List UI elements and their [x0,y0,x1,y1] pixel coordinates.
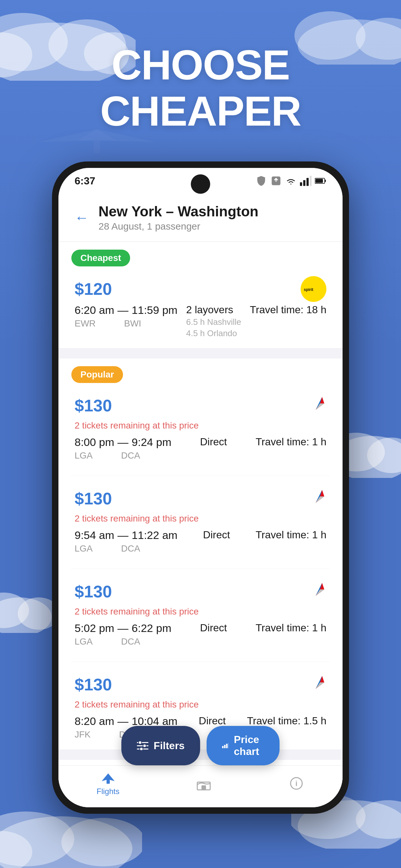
status-icons [255,175,327,187]
svg-rect-28 [325,180,326,182]
battery-icon [315,175,327,187]
tab-info[interactable]: i [288,776,305,790]
svg-point-34 [138,741,142,744]
chart-icon [222,741,228,750]
arrive-airport: DCA [121,544,140,554]
depart-time: 8:00 pm [74,436,114,448]
phone-frame: 6:37 [52,161,349,814]
filters-icon [137,741,149,750]
svg-rect-26 [310,176,312,186]
airline-logo-spirit: spirit [301,276,327,302]
flight-price: $130 [74,675,112,694]
svg-rect-24 [303,180,305,186]
flight-card[interactable]: $130 2 tickets remaining at this price [58,383,343,470]
stops: Direct [203,529,230,541]
hotels-tab-icon [196,776,212,790]
shield-icon [255,175,267,187]
flight-price: $130 [74,489,112,508]
section-divider [58,353,343,359]
depart-time: 8:20 am [74,715,114,727]
svg-point-17 [61,818,142,866]
arrive-time: 11:22 am [132,529,178,541]
stops: Direct [199,715,226,727]
tab-hotels[interactable] [196,776,212,790]
layover2: 4.5 h Orlando [186,329,241,338]
arrive-time: 6:22 pm [132,622,172,634]
stops: Direct [200,622,227,634]
status-time: 6:37 [74,175,95,187]
travel-time: Travel time: 1.5 h [247,715,327,727]
svg-rect-39 [226,744,227,748]
svg-point-36 [140,748,143,750]
travel-time: Travel time: 1 h [256,436,327,448]
price-chart-button[interactable]: Price chart [207,726,280,765]
arrive-time: 9:24 pm [132,436,172,448]
route-title: New York – Washington [98,204,258,220]
availability: 2 tickets remaining at this price [74,514,327,524]
hero-text: CHOOSE CHEAPER [0,42,401,134]
layover1: 6.5 h Nashville [186,317,241,327]
flight-price: $120 [74,279,112,299]
airline-logo-american [301,486,327,512]
arrive-airport: BWI [124,318,141,329]
svg-point-35 [143,744,146,748]
depart-time: 5:02 pm [74,622,114,634]
flight-price: $130 [74,396,112,415]
flight-list: Cheapest $120 spirit [58,242,343,807]
flight-card[interactable]: $120 spirit 6:20 am — [58,267,343,348]
filters-label: Filters [154,740,185,752]
filters-button[interactable]: Filters [121,726,200,765]
travel-time: Travel time: 1 h [256,622,327,634]
cheapest-badge: Cheapest [71,250,130,267]
airline-logo-american [301,672,327,698]
depart-airport: LGA [74,451,93,461]
info-tab-icon: i [288,776,305,790]
availability: 2 tickets remaining at this price [74,421,327,431]
svg-rect-8 [94,141,100,153]
travel-time: Travel time: 1 h [256,529,327,541]
camera-notch [191,175,210,194]
svg-rect-40 [228,743,229,748]
svg-text:i: i [296,779,297,787]
svg-text:spirit: spirit [304,287,313,292]
depart-time: 6:20 am [74,304,114,316]
popular-badge: Popular [71,366,123,383]
airline-logo-american [301,393,327,418]
svg-rect-37 [222,746,224,748]
tab-bar: Flights i [58,765,343,807]
stops: Direct [200,436,227,448]
depart-airport: LGA [74,637,93,647]
hero-line1: CHOOSE [0,42,401,88]
tab-flights-label: Flights [96,787,120,796]
signal-icon [300,175,312,187]
status-bar: 6:37 [58,168,343,194]
svg-rect-25 [306,178,309,186]
flight-card[interactable]: $130 2 tickets remaining at this price [58,476,343,563]
depart-airport: LGA [74,544,93,554]
svg-rect-23 [300,182,302,186]
flight-card[interactable]: $130 2 tickets remaining at this price [58,569,343,656]
travel-time: Travel time: 18 h [250,304,327,316]
airline-logo-american [301,579,327,604]
arrive-time: 11:59 pm [132,304,178,316]
svg-rect-29 [315,179,323,183]
header: ← New York – Washington 28 August, 1 pas… [58,194,343,242]
arrive-airport: DCA [121,451,140,461]
svg-rect-42 [202,785,206,790]
stops: 2 layovers [186,304,241,316]
depart-airport: JFK [74,730,91,740]
flights-tab-icon [100,771,116,785]
hero-line2: CHEAPER [0,88,401,134]
bottom-actions: Filters Price chart [121,726,280,765]
depart-time: 9:54 am [74,529,114,541]
svg-rect-38 [224,745,226,748]
upload-icon [270,175,282,187]
wifi-icon [285,175,297,187]
flight-price: $130 [74,582,112,601]
tab-flights[interactable]: Flights [96,771,120,796]
arrive-airport: DCA [121,637,140,647]
back-button[interactable]: ← [74,211,89,225]
availability: 2 tickets remaining at this price [74,700,327,710]
price-chart-label: Price chart [234,734,264,757]
availability: 2 tickets remaining at this price [74,607,327,617]
